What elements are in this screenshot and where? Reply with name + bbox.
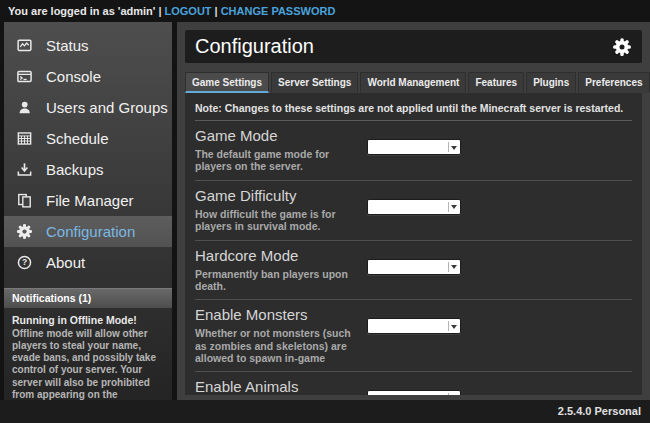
sidebar-item-backups[interactable]: Backups xyxy=(4,154,172,185)
schedule-icon xyxy=(16,130,33,147)
enable-monsters-select[interactable] xyxy=(367,318,461,334)
sidebar: Status Console Users and Groups xyxy=(4,22,172,400)
game-difficulty-select[interactable] xyxy=(367,199,461,215)
sidebar-item-label: Status xyxy=(46,37,89,54)
setting-row-enable-monsters: Enable Monsters Whether or not monsters … xyxy=(195,300,632,372)
sidebar-item-file-manager[interactable]: File Manager xyxy=(4,185,172,216)
console-icon xyxy=(16,68,33,85)
topbar: You are logged in as 'admin'|LOGOUT|CHAN… xyxy=(0,0,650,22)
tab-game-settings[interactable]: Game Settings xyxy=(185,72,269,93)
setting-row-hardcore-mode: Hardcore Mode Permanently ban players up… xyxy=(195,241,632,301)
change-password-link[interactable]: CHANGE PASSWORD xyxy=(221,5,336,17)
restart-note: Note: Changes to these settings are not … xyxy=(195,98,632,121)
notification-title: Running in Offline Mode! xyxy=(12,314,164,327)
sidebar-item-label: Users and Groups xyxy=(46,99,168,116)
hardcore-mode-select[interactable] xyxy=(367,259,461,275)
chevron-down-icon xyxy=(448,202,458,212)
about-icon: ? xyxy=(16,254,33,271)
tab-bar: Game Settings Server Settings World Mana… xyxy=(185,72,642,93)
enable-animals-select[interactable] xyxy=(367,390,461,395)
svg-text:?: ? xyxy=(22,257,27,267)
sidebar-item-label: Configuration xyxy=(46,223,135,240)
sidebar-item-label: Console xyxy=(46,68,101,85)
sidebar-item-users-and-groups[interactable]: Users and Groups xyxy=(4,92,172,123)
setting-description: Whether or not monsters (such as zombies… xyxy=(195,327,365,364)
notifications-header: Notifications (1) xyxy=(4,288,172,308)
status-icon xyxy=(16,37,33,54)
sidebar-item-console[interactable]: Console xyxy=(4,61,172,92)
setting-row-enable-animals: Enable Animals Whether or not friendly a… xyxy=(195,372,632,395)
sidebar-item-label: Schedule xyxy=(46,130,109,147)
page-title: Configuration xyxy=(195,35,612,58)
sidebar-item-label: Backups xyxy=(46,161,104,178)
tab-server-settings[interactable]: Server Settings xyxy=(271,72,358,93)
status-bar: 2.5.4.0 Personal xyxy=(0,400,650,423)
setting-title: Enable Animals xyxy=(195,378,365,395)
setting-title: Hardcore Mode xyxy=(195,247,365,264)
sidebar-item-schedule[interactable]: Schedule xyxy=(4,123,172,154)
tab-plugins[interactable]: Plugins xyxy=(526,72,576,93)
tab-world-management[interactable]: World Management xyxy=(360,72,466,93)
page-header: Configuration xyxy=(185,30,642,63)
sidebar-item-configuration[interactable]: Configuration xyxy=(4,216,172,247)
tab-preferences[interactable]: Preferences xyxy=(578,72,649,93)
logout-link[interactable]: LOGOUT xyxy=(165,5,212,17)
sidebar-item-label: File Manager xyxy=(46,192,134,209)
main-panel: Configuration Game Settings Server Setti… xyxy=(177,22,650,400)
users-icon xyxy=(16,99,33,116)
logged-in-text: You are logged in as 'admin' xyxy=(8,5,155,17)
chevron-down-icon xyxy=(448,393,458,395)
settings-content: Note: Changes to these settings are not … xyxy=(185,93,642,395)
separator: | xyxy=(212,5,221,17)
file-manager-icon xyxy=(16,192,33,209)
setting-row-game-difficulty: Game Difficulty How difficult the game i… xyxy=(195,181,632,241)
setting-title: Enable Monsters xyxy=(195,306,365,323)
chevron-down-icon xyxy=(448,142,458,152)
version-text: 2.5.4.0 Personal xyxy=(558,405,641,417)
setting-description: How difficult the game is for players in… xyxy=(195,208,365,233)
settings-gear-icon[interactable] xyxy=(612,37,632,57)
separator: | xyxy=(155,5,164,17)
sidebar-item-label: About xyxy=(46,254,85,271)
sidebar-item-status[interactable]: Status xyxy=(4,30,172,61)
backups-icon xyxy=(16,161,33,178)
setting-description: Permanently ban players upon death. xyxy=(195,268,365,293)
setting-title: Game Mode xyxy=(195,127,365,144)
setting-row-game-mode: Game Mode The default game mode for play… xyxy=(195,121,632,181)
setting-description: The default game mode for players on the… xyxy=(195,148,365,173)
chevron-down-icon xyxy=(448,262,458,272)
tab-features[interactable]: Features xyxy=(468,72,524,93)
gear-icon xyxy=(16,223,33,240)
chevron-down-icon xyxy=(448,321,458,331)
setting-title: Game Difficulty xyxy=(195,187,365,204)
game-mode-select[interactable] xyxy=(367,139,461,155)
sidebar-item-about[interactable]: ? About xyxy=(4,247,172,278)
